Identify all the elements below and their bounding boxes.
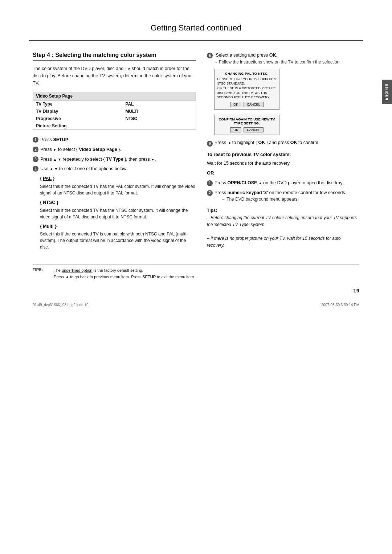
table-cell-label: TV Type [33,100,122,108]
left-column: Step 4 : Selecting the matching color sy… [33,52,196,253]
table-row: TV Type PAL [33,100,196,108]
list-item: OR [207,169,359,177]
list-item: 2 Press numeric keypad '3' on the remote… [207,189,359,204]
dialog-cancel-button-1[interactable]: CANCEL [244,102,264,107]
tips-line-2: Press ◄ to go back to previous menu item… [54,274,195,280]
dialog-ok-button-2[interactable]: OK [230,127,241,132]
tips-line-1: The underlined option is the factory def… [54,267,195,274]
footer-left: 01-49_dvp3166K_93 eng2.indd 19 [33,303,88,307]
option-pal-desc: Select this if the connected TV has the … [40,183,196,196]
list-item: 5 Select a setting and press OK. → Follo… [207,52,359,65]
page-title-continued: continued [207,23,241,32]
reset-step-1: 1 [207,180,213,186]
step-1-text: Press SETUP. [40,136,196,143]
right-steps-list: 5 Select a setting and press OK. → Follo… [207,52,359,65]
list-item: 4 Use ▲ ▼ to select one of the options b… [33,165,196,172]
table-cell-value: PAL [122,100,196,108]
step-number-6: 6 [207,141,213,147]
table-cell-value: MULTI [122,108,196,115]
option-ntsc: { NTSC } Select this if the connected TV… [40,199,196,220]
list-item: 1 Press OPEN/CLOSE ▲ on the DVD player t… [207,180,359,186]
step-3-text: Press ▲ ▼ repeatedly to select { TV Type… [40,156,196,163]
dialog-title-1: CHANGING PAL TO NTSC: [217,71,277,75]
table-cell-value [122,122,196,130]
page-number: 19 [0,284,392,297]
option-multi: { Multi } Select this if the connected T… [40,223,196,251]
reset-step-2: 2 [207,190,213,196]
right-column: 5 Select a setting and press OK. → Follo… [207,52,359,253]
option-pal-title: { PAL } [40,175,196,182]
option-multi-title: { Multi } [40,223,196,230]
list-item: 1 Press SETUP. [33,136,196,143]
right-border-line [370,29,370,525]
dialog-buttons-1: OK CANCEL [217,102,277,107]
table-row: Picture Setting [33,122,196,130]
english-tab: English [382,80,392,104]
option-pal: { PAL } Select this if the connected TV … [40,175,196,196]
step-5-sub: → Follow the instructions show on the TV… [213,59,359,65]
step-2-text: Press ► to select { Video Setup Page }. [40,146,196,153]
footer-info: 01-49_dvp3166K_93 eng2.indd 19 2007-03-3… [0,301,392,309]
list-item: 2 Press ► to select { Video Setup Page }… [33,146,196,153]
reset-item-1: Wait for 15 seconds for the auto recover… [207,161,291,166]
step-number-1: 1 [33,137,38,143]
two-column-layout: Step 4 : Selecting the matching color sy… [0,52,392,253]
dialog-body-1: 1.ENSURE THAT YOUR TV SUPPORTS NTSC STAN… [217,77,277,100]
step-5-text: Select a setting and press OK. [216,53,277,58]
reset-heading: To reset to previous TV color system: [207,152,359,157]
tips-italic: Tips: – Before changing the current TV c… [207,207,359,249]
step-number-5: 5 [207,53,213,58]
reset-step-2-sub: → The DVD background menu appears. [221,196,346,202]
tip-1: – Before changing the current TV colour … [207,215,357,227]
tips-content: The underlined option is the factory def… [54,267,195,280]
reset-list: Wait for 15 seconds for the auto recover… [207,160,359,204]
dialog-buttons-2: OK CANCEL [217,127,277,132]
dialog-title-2: CONFIRM AGAIN TO USE NEW TV TYPE SETTING… [217,117,277,125]
tips-label: TIPS: [33,267,51,280]
page-header: Getting Started continued [29,15,363,41]
step-6-container: 6 Press ◄ to highlight { OK } and press … [207,140,359,147]
table-row: TV Display MULTI [33,108,196,115]
list-item: Wait for 15 seconds for the auto recover… [207,160,359,167]
reset-section: To reset to previous TV color system: Wa… [207,152,359,204]
step-number-2: 2 [33,147,38,152]
table-cell-value: NTSC [122,115,196,122]
option-multi-desc: Select this if the connected TV is compa… [40,231,196,250]
step-6-text: Press ◄ to highlight { OK } and press OK… [215,140,319,145]
steps-list: 1 Press SETUP. 2 Press ► to select { Vid… [33,136,196,172]
video-setup-table: Video Setup Page TV Type PAL TV Display … [33,92,196,130]
tip-2: – If there is no proper picture on your … [207,236,341,248]
footer-right: 2007-03-30 3:39:14 PM [321,303,359,307]
table-row: Progressive NTSC [33,115,196,122]
option-ntsc-desc: Select this if the connected TV has the … [40,207,196,220]
intro-text: The color system of the DVD player, disc… [33,65,196,87]
list-item: 3 Press ▲ ▼ repeatedly to select { TV Ty… [33,156,196,163]
step-number-3: 3 [33,156,38,162]
table-cell-label: Picture Setting [33,122,122,130]
page-container: English Getting Started continued Step 4… [0,0,392,554]
dialog-ok-button-1[interactable]: OK [230,102,241,107]
reset-step-1-text: Press OPEN/CLOSE ▲ on the DVD player to … [215,180,343,186]
step-heading: Step 4 : Selecting the matching color sy… [33,52,196,61]
reset-step-2-text: Press numeric keypad '3' on the remote c… [215,189,346,204]
step-4-text: Use ▲ ▼ to select one of the options bel… [40,165,196,172]
table-cell-label: Progressive [33,115,122,122]
or-divider: OR [207,169,359,177]
step-number-4: 4 [33,166,38,172]
option-ntsc-title: { NTSC } [40,199,196,206]
left-border-line [22,29,22,525]
setup-table-content: TV Type PAL TV Display MULTI Progressive… [33,100,196,130]
dialog-box-2: CONFIRM AGAIN TO USE NEW TV TYPE SETTING… [214,115,279,135]
table-cell-label: TV Display [33,108,122,115]
bottom-tips: TIPS: The underlined option is the facto… [33,264,359,280]
page-title: Getting Started continued [58,22,334,33]
dialog-cancel-button-2[interactable]: CANCEL [244,127,264,132]
dialog-box-1: CHANGING PAL TO NTSC: 1.ENSURE THAT YOUR… [214,69,279,110]
table-header: Video Setup Page [33,92,196,100]
